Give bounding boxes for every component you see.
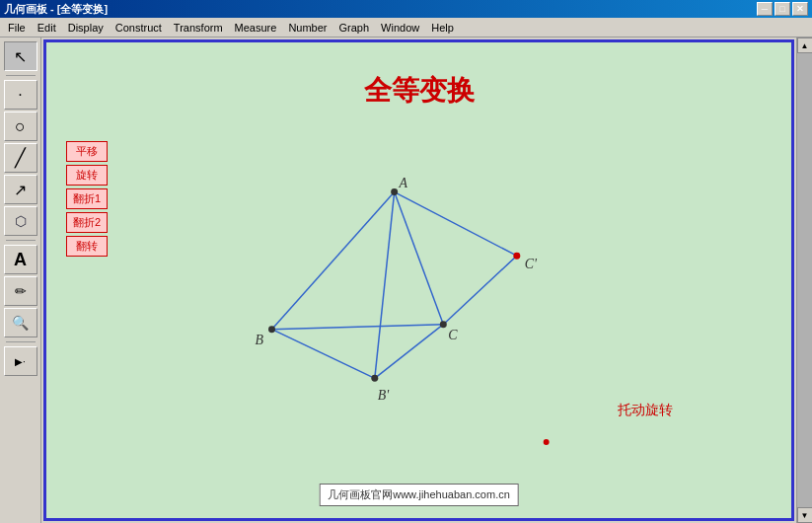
menu-item-file[interactable]: File: [2, 20, 32, 36]
separator: [6, 75, 36, 76]
svg-point-8: [391, 188, 398, 195]
menu-item-help[interactable]: Help: [425, 20, 460, 36]
menu-item-display[interactable]: Display: [62, 20, 110, 36]
svg-text:C': C': [525, 257, 538, 271]
menu-item-measure[interactable]: Measure: [229, 20, 283, 36]
marker-tool[interactable]: ✏: [4, 276, 37, 306]
minimize-button[interactable]: ─: [757, 2, 773, 16]
svg-point-14: [513, 253, 520, 260]
svg-text:B': B': [378, 388, 390, 403]
scroll-up-button[interactable]: ▲: [797, 37, 813, 53]
title-buttons: ─ □ ✕: [757, 2, 808, 16]
svg-line-5: [375, 325, 444, 379]
svg-text:C: C: [448, 328, 458, 342]
svg-line-0: [271, 192, 394, 330]
right-scrollbar: ▲ ▼: [796, 37, 812, 523]
separator2: [6, 240, 36, 241]
title-bar: 几何画板 - [全等变换] ─ □ ✕: [0, 0, 812, 18]
svg-point-10: [268, 326, 275, 333]
close-button[interactable]: ✕: [792, 2, 808, 16]
ray-tool[interactable]: ↗: [4, 175, 37, 204]
geometry-canvas: A B C C' B': [46, 42, 791, 518]
menu-item-number[interactable]: Number: [282, 20, 332, 36]
svg-point-12: [440, 321, 447, 328]
point-tool[interactable]: ·: [4, 80, 37, 110]
text-tool[interactable]: A: [4, 245, 37, 274]
menu-bar: FileEditDisplayConstructTransformMeasure…: [0, 18, 812, 37]
svg-line-7: [443, 256, 517, 325]
title-text: 几何画板 - [全等变换]: [4, 2, 757, 17]
separator3: [6, 341, 36, 342]
svg-line-6: [395, 192, 517, 257]
svg-point-18: [544, 439, 550, 445]
svg-text:A: A: [399, 176, 408, 190]
menu-item-transform[interactable]: Transform: [168, 20, 229, 36]
svg-line-2: [271, 325, 443, 330]
svg-line-4: [271, 330, 374, 379]
toolbar: ↖ · ○ ╱ ↗ ⬡ A ✏ 🔍 ▶·: [0, 37, 41, 523]
svg-line-3: [375, 192, 395, 379]
polygon-tool[interactable]: ⬡: [4, 206, 37, 236]
line-tool[interactable]: ╱: [4, 143, 37, 173]
svg-point-16: [371, 375, 378, 382]
menu-item-construct[interactable]: Construct: [110, 20, 168, 36]
drag-rotate-text: 托动旋转: [618, 402, 673, 419]
canvas-area: 全等变换 平移 旋转 翻折1 翻折2 翻转: [43, 39, 794, 521]
more-tool[interactable]: ▶·: [4, 346, 37, 376]
menu-item-window[interactable]: Window: [375, 20, 425, 36]
scroll-track-v[interactable]: [797, 53, 812, 507]
main-layout: ↖ · ○ ╱ ↗ ⬡ A ✏ 🔍 ▶· 全等变换 平移 旋转 翻折1 翻折2 …: [0, 37, 812, 523]
info-tool[interactable]: 🔍: [4, 308, 37, 337]
select-tool[interactable]: ↖: [4, 41, 37, 71]
watermark: 几何画板官网www.jihehuaban.com.cn: [319, 484, 519, 506]
scroll-down-button[interactable]: ▼: [797, 507, 813, 523]
menu-item-edit[interactable]: Edit: [32, 20, 62, 36]
maximize-button[interactable]: □: [775, 2, 790, 16]
svg-line-1: [395, 192, 444, 325]
menu-item-graph[interactable]: Graph: [333, 20, 376, 36]
circle-tool[interactable]: ○: [4, 112, 37, 141]
svg-text:B: B: [256, 333, 264, 347]
